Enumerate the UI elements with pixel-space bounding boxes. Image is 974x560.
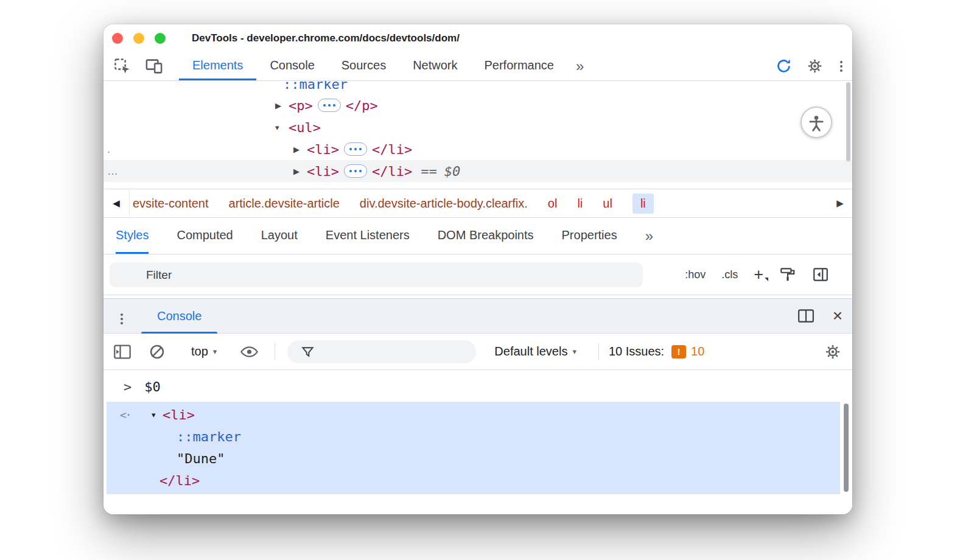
console-filter-input[interactable]: [319, 340, 470, 363]
breadcrumb-item[interactable]: li: [577, 197, 583, 211]
live-expression-eye-icon[interactable]: [240, 345, 259, 359]
kebab-menu-icon[interactable]: [838, 58, 845, 74]
extension-icon[interactable]: [776, 58, 792, 74]
toolbar-right-controls: [776, 52, 845, 80]
tree-row-ul[interactable]: ▾<ul>: [103, 116, 852, 138]
breadcrumb-item[interactable]: article.devsite-article: [229, 197, 340, 211]
tree-row-p[interactable]: ▶<p></p>: [103, 94, 852, 116]
tag-close: </li>: [372, 142, 412, 157]
result-text-node: "Dune": [177, 448, 225, 470]
chevron-down-icon: ▾: [213, 347, 217, 356]
breadcrumb-item-selected[interactable]: li: [632, 194, 654, 214]
issues-count[interactable]: 10: [691, 345, 704, 359]
result-pseudo-marker: ::marker: [177, 426, 241, 448]
more-tabs-icon[interactable]: »: [569, 58, 591, 75]
console-settings-gear-icon[interactable]: [824, 343, 841, 360]
tab-network[interactable]: Network: [399, 52, 471, 80]
accessibility-icon[interactable]: [801, 107, 832, 138]
sidebar-pane-tabs: Styles Computed Layout Event Listeners D…: [103, 218, 852, 254]
tag-open: <li>: [307, 164, 339, 179]
new-style-rule-button[interactable]: +: [754, 267, 763, 283]
more-panes-icon[interactable]: »: [645, 228, 653, 245]
tree-row-li-selected[interactable]: … ▶<li></li>==$0: [103, 160, 852, 182]
chevron-down-icon: ▾: [572, 347, 576, 356]
split-panel-icon[interactable]: [797, 309, 815, 323]
tab-styles[interactable]: Styles: [116, 218, 149, 254]
tab-console[interactable]: Console: [256, 52, 328, 80]
title-bar: DevTools - developer.chrome.com/docs/dev…: [103, 24, 852, 52]
tree-collapsed-arrow-icon[interactable]: ▶: [293, 145, 307, 154]
context-selector[interactable]: top: [191, 345, 208, 359]
inline-expand-icon[interactable]: [344, 142, 367, 156]
tab-performance[interactable]: Performance: [471, 52, 568, 80]
console-scrollbar[interactable]: [844, 404, 849, 492]
inline-expand-icon[interactable]: [344, 164, 367, 178]
issues-icon[interactable]: !: [671, 345, 686, 359]
tab-properties[interactable]: Properties: [562, 218, 617, 254]
console-echo-row: > $0: [124, 376, 161, 397]
close-window-button[interactable]: [112, 33, 123, 44]
rendering-emulation-icon[interactable]: [779, 266, 796, 283]
settings-gear-icon[interactable]: [807, 58, 823, 74]
tab-elements[interactable]: Elements: [179, 52, 256, 80]
window-title: DevTools - developer.chrome.com/docs/dev…: [192, 32, 460, 44]
styles-filter-input[interactable]: [110, 262, 643, 287]
tree-row-marker-clipped[interactable]: ::marker: [103, 81, 852, 95]
tree-expanded-arrow-icon[interactable]: ▾: [275, 123, 289, 132]
breadcrumb-item[interactable]: ol: [548, 197, 558, 211]
minimize-window-button[interactable]: [133, 33, 144, 44]
panel-tabs: Elements Console Sources Network Perform…: [179, 52, 567, 80]
tag-close: </p>: [346, 98, 378, 113]
breadcrumb-item[interactable]: evsite-content: [133, 197, 209, 211]
tag-close: </li>: [372, 164, 412, 179]
filter-funnel-icon: [301, 345, 315, 359]
breadcrumb-scroll-right-icon[interactable]: ▶: [829, 189, 851, 217]
toggle-hover-state-button[interactable]: :hov: [685, 268, 706, 281]
drawer-controls: ×: [797, 299, 843, 333]
breadcrumb-item[interactable]: div.devsite-article-body.clearfix.: [360, 197, 528, 211]
divider: [598, 343, 599, 360]
toggle-class-button[interactable]: .cls: [721, 268, 738, 281]
result-expanded-arrow-icon[interactable]: ▾: [152, 404, 156, 426]
tag-open: <li>: [307, 142, 339, 157]
device-toolbar-icon[interactable]: [145, 57, 163, 75]
divider: [275, 343, 275, 360]
console-expression: $0: [144, 379, 161, 394]
console-filter-field[interactable]: [287, 340, 476, 363]
console-prompt-icon: >: [124, 379, 131, 394]
sidebar-toggle-icon[interactable]: [812, 266, 829, 283]
inspect-element-icon[interactable]: [113, 57, 131, 75]
gutter-more-icon[interactable]: …: [107, 165, 118, 178]
result-row-marker: ::marker: [107, 426, 840, 448]
default-levels-selector[interactable]: Default levels: [494, 345, 567, 359]
breadcrumb-item[interactable]: ul: [603, 197, 612, 211]
devtools-window: DevTools - developer.chrome.com/docs/dev…: [103, 24, 852, 514]
tab-computed[interactable]: Computed: [177, 218, 233, 254]
breadcrumb-scroll-left-icon[interactable]: ◀: [103, 189, 129, 217]
styles-filter-bar: :hov .cls +: [103, 254, 852, 295]
drawer-tab-console[interactable]: Console: [141, 299, 217, 333]
tab-event-listeners[interactable]: Event Listeners: [326, 218, 410, 254]
tab-sources[interactable]: Sources: [328, 52, 399, 80]
tab-dom-breakpoints[interactable]: DOM Breakpoints: [438, 218, 534, 254]
result-row-close: </li>: [107, 470, 840, 492]
inline-expand-icon[interactable]: [318, 99, 341, 112]
console-result-block[interactable]: <· ▾ <li> ::marker "Dune" </li>: [107, 402, 840, 494]
issues-label[interactable]: 10 Issues:: [609, 345, 664, 359]
zoom-window-button[interactable]: [155, 33, 166, 44]
console-sidebar-icon[interactable]: [113, 344, 131, 360]
equals-sign: ==: [421, 164, 437, 179]
desktop-background: DevTools - developer.chrome.com/docs/dev…: [0, 0, 974, 560]
tree-collapsed-arrow-icon[interactable]: ▶: [293, 167, 307, 176]
console-messages: > $0 <· ▾ <li> ::marker "Dune" </li>: [103, 370, 852, 514]
tree-collapsed-arrow-icon[interactable]: ▶: [275, 101, 289, 110]
tree-row-li-1[interactable]: . ▶<li></li>: [103, 138, 852, 160]
main-toolbar: Elements Console Sources Network Perform…: [103, 52, 852, 81]
breadcrumb: ◀ evsite-content article.devsite-article…: [103, 189, 852, 218]
drawer-menu-icon[interactable]: [118, 311, 125, 327]
tree-scrollbar[interactable]: [846, 82, 850, 161]
tag-open: <p>: [289, 98, 313, 113]
clear-console-icon[interactable]: [149, 343, 166, 360]
close-drawer-icon[interactable]: ×: [833, 307, 843, 324]
tab-layout[interactable]: Layout: [261, 218, 298, 254]
